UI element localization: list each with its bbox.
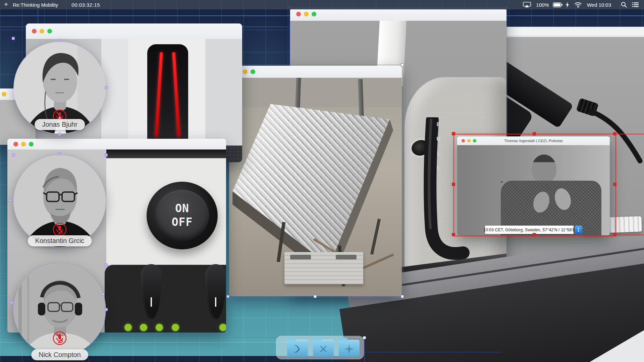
polestar-folder-icon[interactable] [339,340,360,357]
video-tile-jonas[interactable]: Jonas Bjuhr [13,42,106,134]
selection-handle-red[interactable] [452,183,455,186]
close-folder-icon[interactable] [313,340,334,357]
selection-rect-red [453,134,616,236]
menu-bar: + Re:Thinking Mobility 00:03:32:15 100% [0,0,644,9]
selection-handle[interactable] [102,293,105,296]
arcs-folder-icon[interactable] [287,340,308,357]
guide-line-red [615,235,644,235]
wifi-icon[interactable] [574,2,582,8]
participant-name: Nick Compton [31,349,88,360]
close-window-button[interactable] [32,29,37,34]
selection-handle[interactable] [401,63,404,66]
status-led [219,324,226,331]
selection-handle[interactable] [226,295,229,298]
selection-handle-red[interactable] [613,183,616,186]
window-titlebar[interactable] [229,66,402,78]
guide-line [364,352,502,352]
selection-handle[interactable] [12,154,15,157]
minimize-window-button[interactable] [40,29,44,34]
selection-handle[interactable] [10,301,13,304]
polestar-star-emblem [344,344,354,354]
guide-line [364,338,365,362]
selection-handle[interactable] [12,37,15,40]
participant-name: Jonas Bjuhr [35,119,85,130]
selection-handle[interactable] [105,86,108,89]
selection-handle[interactable] [314,295,317,298]
minimize-window-button[interactable] [243,69,248,74]
app-title[interactable]: Re:Thinking Mobility [13,2,58,8]
selection-handle-red[interactable] [613,233,616,236]
zoom-window-button[interactable] [312,12,316,16]
battery-percentage: 100% [536,2,549,8]
mic-muted-icon [52,222,67,237]
status-led [140,324,147,331]
machine-top-band [106,149,226,158]
minimize-window-button[interactable] [304,12,309,16]
crate-slot [290,255,311,259]
display-mirroring-icon[interactable] [523,2,531,8]
selection-handle-red[interactable] [452,132,455,135]
selection-handle-red[interactable] [533,233,536,236]
selection-handle-red[interactable] [452,233,455,236]
selection-handle[interactable] [58,39,61,42]
window-titlebar[interactable] [290,7,506,21]
status-led [124,324,132,331]
desktop-collage: PULL [0,0,644,362]
close-emblem [319,345,327,353]
close-window-button[interactable] [296,12,301,16]
menu-bar-clock[interactable]: Wed 10:03 [587,2,611,8]
search-icon[interactable] [621,2,627,8]
pull-handle-label: PULL [435,121,442,245]
charging-bolt-icon [566,2,569,8]
zoom-window-button[interactable] [29,142,34,146]
add-menu-icon[interactable]: + [4,0,8,8]
station-tower [147,44,188,145]
on-off-button-face: ON OFF [155,190,209,241]
selection-handle-red[interactable] [613,132,616,135]
selection-handle-red[interactable] [533,132,536,135]
selection-handle[interactable] [105,154,108,157]
zoom-window-button[interactable] [47,29,52,34]
status-led [172,324,179,331]
guide-line-red [615,134,644,134]
minimize-window-button[interactable] [21,142,26,146]
menu-bar-status-items: 100% Wed 10:03 [523,0,644,9]
session-timer: 00:03:32:15 [71,2,100,8]
trolley-photo [229,78,402,296]
zoom-window-button[interactable] [251,69,255,74]
crate-slot [336,255,357,259]
on-label: ON [175,201,189,215]
video-tile-konstantin[interactable]: Konstantin Grcic [13,155,106,247]
selection-handle[interactable] [58,152,61,155]
window-titlebar[interactable] [7,139,226,150]
selection-handle[interactable] [8,199,11,202]
off-label: OFF [172,215,193,229]
trolley-leg [370,219,381,255]
selection-handle[interactable] [105,263,108,266]
mic-muted-icon [52,331,67,346]
workshop-blur-band [229,78,402,107]
selection-handle[interactable] [401,295,404,298]
selection-handle[interactable] [58,133,61,136]
dock-panel [276,336,364,359]
video-tile-nick[interactable]: Nick Compton [13,263,106,356]
list-icon[interactable] [632,2,639,7]
status-led [156,324,163,331]
battery-icon [553,2,563,7]
selection-handle[interactable] [105,308,108,311]
on-off-button[interactable]: ON OFF [147,182,218,249]
window-titlebar[interactable] [26,23,242,39]
arcs-emblem [292,344,303,354]
close-window-button[interactable] [13,142,18,146]
minimize-window-button[interactable] [2,92,6,97]
participant-name: Konstantin Grcic [28,235,92,246]
window-trolley-photo[interactable] [229,66,402,296]
